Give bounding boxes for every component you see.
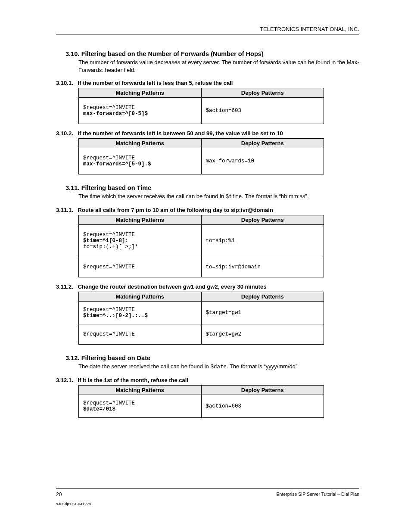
code-line: $request=^INVITE xyxy=(83,331,135,337)
code-line: $request=^INVITE xyxy=(83,155,135,161)
section-body: The date the server received the call ca… xyxy=(78,363,359,371)
cell-matching: $request=^INVITEmax-forwards=^[5-9].$ xyxy=(79,148,202,174)
code-line: $target=gw1 xyxy=(206,310,242,316)
subsection-title: Change the router destination between gw… xyxy=(78,283,267,290)
text: . The format is “yyyy/mm/dd” xyxy=(227,363,297,370)
cell-matching: $request=^INVITE$time=^1[0-8]:to=sip:(.+… xyxy=(79,224,202,257)
pattern-table: Matching PatternsDeploy Patterns $reques… xyxy=(78,292,324,345)
code-line: $request=^INVITE xyxy=(83,307,135,313)
pattern-table: Matching PatternsDeploy Patterns $reques… xyxy=(78,215,324,277)
section-number: 3.10. xyxy=(65,50,79,57)
col-matching: Matching Patterns xyxy=(79,292,202,301)
subsection-number: 3.11.1. xyxy=(56,207,73,213)
cell-deploy: $target=gw1 xyxy=(201,301,324,324)
section-body: The time which the server receives the c… xyxy=(78,193,359,201)
pattern-table: Matching PatternsDeploy Patterns $reques… xyxy=(78,385,324,418)
cell-matching: $request=^INVITE xyxy=(79,324,202,344)
subsection-3-11-2: 3.11.2. Change the router destination be… xyxy=(56,283,359,290)
subsection-3-11-1: 3.11.1. Route all calls from 7 pm to 10 … xyxy=(56,207,359,213)
cell-deploy: to=sip:%1 xyxy=(201,224,324,257)
code-line: $request=^INVITE xyxy=(83,232,135,238)
col-matching: Matching Patterns xyxy=(79,215,202,224)
code-line: to=sip:(.+)[ >;]* xyxy=(83,244,138,250)
subsection-title: Route all calls from 7 pm to 10 am of th… xyxy=(78,207,273,213)
cell-matching: $request=^INVITEmax-forwards=^[0-5]$ xyxy=(79,98,202,124)
section-title: Filtering based on Date xyxy=(81,355,150,361)
subsection-title: If the number of forwards left is betwee… xyxy=(78,130,283,137)
cell-deploy: to=sip:ivr@domain xyxy=(201,257,324,277)
page-footer: 20 Enterprise SIP Server Tutorial – Dial… xyxy=(56,488,359,506)
cell-deploy: $action=603 xyxy=(201,395,324,417)
cell-deploy: $target=gw2 xyxy=(201,324,324,344)
code-inline: $time xyxy=(226,194,242,200)
col-deploy: Deploy Patterns xyxy=(201,292,324,301)
subsection-3-12-1: 3.12.1. If it is the 1st of the month, r… xyxy=(56,377,359,383)
cell-matching: $request=^INVITE$time=^..:[0-2].:..$ xyxy=(79,301,202,324)
col-deploy: Deploy Patterns xyxy=(201,215,324,224)
section-body: The number of forwards value decreases a… xyxy=(78,59,359,74)
code-line: $target=gw2 xyxy=(206,331,242,337)
col-matching: Matching Patterns xyxy=(79,88,202,98)
footer-doc: Enterprise SIP Server Tutorial – Dial Pl… xyxy=(277,492,359,497)
subsection-number: 3.10.1. xyxy=(56,80,73,86)
text: . The format is “hh:mm:ss”. xyxy=(242,193,308,199)
code-line: to=sip:%1 xyxy=(206,238,235,244)
code-line: to=sip:ivr@domain xyxy=(206,264,261,270)
code-inline: $date xyxy=(210,364,227,370)
subsection-3-10-2: 3.10.2. If the number of forwards left i… xyxy=(56,130,359,137)
section-number: 3.12. xyxy=(65,355,79,361)
pattern-table: Matching PatternsDeploy Patterns $reques… xyxy=(78,88,324,124)
section-3-10: 3.10. Filtering based on the Number of F… xyxy=(65,50,359,58)
page-number: 20 xyxy=(56,492,62,498)
subsection-number: 3.10.2. xyxy=(56,130,73,137)
col-deploy: Deploy Patterns xyxy=(201,385,324,395)
code-line: $request=^INVITE xyxy=(83,400,135,406)
subsection-title: If the number of forwards left is less t… xyxy=(78,80,233,86)
code-line: $request=^INVITE xyxy=(83,105,135,111)
code-line: $action=603 xyxy=(206,108,242,114)
code-line: $time=^1[0-8]: xyxy=(83,238,128,244)
text: The date the server received the call ca… xyxy=(78,363,210,370)
subsection-number: 3.11.2. xyxy=(56,283,73,290)
code-line: $time=^..:[0-2].:..$ xyxy=(83,313,148,319)
page-header: TELETRONICS INTERNATIONAL, INC. xyxy=(56,26,359,34)
subsection-title: If it is the 1st of the month, refuse th… xyxy=(78,377,188,383)
footer-docid: s-tut-dp1.51-041228 xyxy=(56,498,359,506)
section-3-12: 3.12. Filtering based on Date xyxy=(65,354,359,362)
text: The time which the server receives the c… xyxy=(78,193,226,199)
col-deploy: Deploy Patterns xyxy=(201,88,324,98)
section-number: 3.11. xyxy=(65,184,79,191)
col-matching: Matching Patterns xyxy=(79,139,202,148)
code-line: $action=603 xyxy=(206,403,242,409)
pattern-table: Matching PatternsDeploy Patterns $reques… xyxy=(78,138,324,174)
code-line: $date=/01$ xyxy=(83,406,115,412)
code-line: max-forwards=^[0-5]$ xyxy=(83,111,148,117)
section-title: Filtering based on Time xyxy=(81,184,151,191)
code-line: max-forwards=^[5-9].$ xyxy=(83,161,151,167)
section-3-11: 3.11. Filtering based on Time xyxy=(65,184,359,192)
col-matching: Matching Patterns xyxy=(79,385,202,395)
cell-matching: $request=^INVITE$date=/01$ xyxy=(79,395,202,417)
subsection-3-10-1: 3.10.1. If the number of forwards left i… xyxy=(56,80,359,86)
cell-deploy: max-forwards=10 xyxy=(201,148,324,174)
section-title: Filtering based on the Number of Forward… xyxy=(81,50,264,57)
col-deploy: Deploy Patterns xyxy=(201,139,324,148)
code-line: $request=^INVITE xyxy=(83,264,135,270)
subsection-number: 3.12.1. xyxy=(56,377,73,383)
cell-matching: $request=^INVITE xyxy=(79,257,202,277)
code-line: max-forwards=10 xyxy=(206,158,255,164)
cell-deploy: $action=603 xyxy=(201,98,324,124)
